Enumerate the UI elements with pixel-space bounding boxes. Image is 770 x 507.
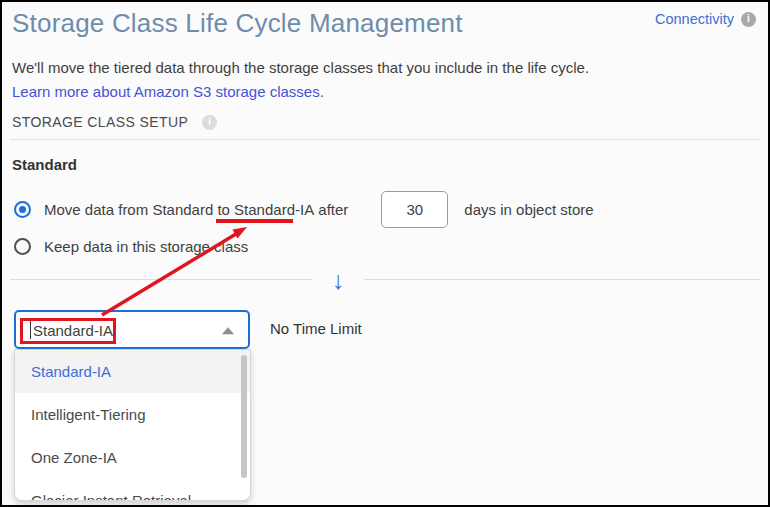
move-label-target-class: Standard-IA [234, 201, 314, 218]
move-label-after: after [314, 201, 348, 218]
divider-line [10, 279, 312, 280]
radio-keep-data[interactable] [14, 238, 31, 255]
flow-divider: ↓ [10, 262, 760, 296]
dropdown-option-one-zone-ia[interactable]: One Zone-IA [15, 436, 250, 479]
keep-label: Keep data in this storage class [44, 238, 248, 255]
down-arrow-icon: ↓ [312, 268, 364, 293]
chevron-up-icon[interactable] [222, 327, 234, 334]
dropdown-scrollbar[interactable] [241, 355, 247, 478]
dropdown-option-standard-ia[interactable]: Standard-IA [15, 350, 250, 393]
info-icon[interactable]: i [202, 115, 217, 130]
dropdown-option-intelligent-tiering[interactable]: Intelligent-Tiering [15, 393, 250, 436]
connectivity-link[interactable]: Connectivity i [655, 11, 756, 27]
section-divider [10, 139, 760, 140]
storage-class-select[interactable]: Standard-IA [14, 310, 250, 349]
learn-more-link[interactable]: Learn more about Amazon S3 storage class… [12, 83, 324, 100]
text-cursor [30, 320, 31, 339]
info-icon[interactable]: i [741, 12, 756, 27]
option-move-data: Move data from Standard to Standard-IA a… [14, 190, 594, 228]
dropdown-option-glacier-instant-retrieval[interactable]: Glacier Instant Retrieval [15, 479, 250, 501]
tier-name-standard: Standard [12, 156, 77, 173]
move-label-suffix: days in object store [464, 201, 593, 218]
page-title: Storage Class Life Cycle Management [12, 8, 463, 39]
connectivity-label[interactable]: Connectivity [655, 11, 734, 27]
storage-class-dropdown-list: Standard-IA Intelligent-Tiering One Zone… [14, 349, 251, 501]
move-label-prefix: Move data from Standard to [44, 201, 234, 218]
radio-move-data[interactable] [14, 201, 31, 218]
storage-class-setup-heading: STORAGE CLASS SETUP i [12, 114, 217, 130]
intro-description: We'll move the tiered data through the s… [12, 59, 589, 76]
option-keep-data: Keep data in this storage class [14, 235, 248, 257]
select-value: Standard-IA [33, 321, 113, 338]
days-input[interactable] [381, 191, 448, 228]
setup-heading-label: STORAGE CLASS SETUP [12, 114, 188, 130]
storage-class-lifecycle-panel: Storage Class Life Cycle Management Conn… [0, 0, 770, 507]
no-time-limit-label: No Time Limit [270, 320, 362, 337]
divider-line [364, 279, 760, 280]
